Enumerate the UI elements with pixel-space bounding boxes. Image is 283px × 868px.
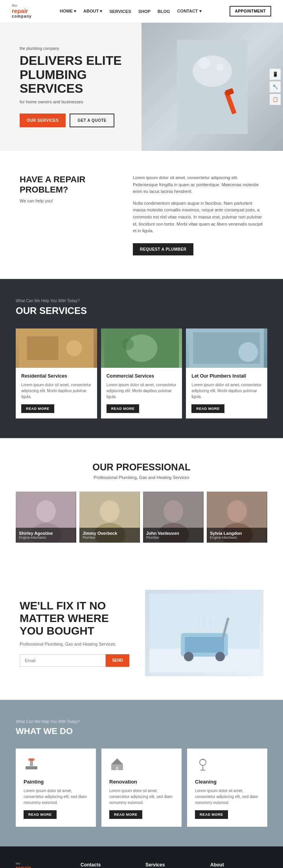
whatwedo-btn-3[interactable]: READ MORE bbox=[195, 810, 228, 819]
fixit-email-input[interactable] bbox=[20, 654, 106, 667]
whatwedo-btn-2[interactable]: READ MORE bbox=[109, 810, 142, 819]
svg-point-8 bbox=[66, 340, 82, 356]
whatwedo-card-2: Renovation Lorem ipsum dolor sit amet, c… bbox=[101, 749, 182, 827]
whatwedo-section: What Can We Help You With Today? WHAT WE… bbox=[0, 700, 283, 846]
team-role-2: Plumber bbox=[83, 536, 137, 540]
float-icon-1[interactable]: 📱 bbox=[270, 69, 281, 80]
logo[interactable]: the repair company bbox=[12, 4, 32, 18]
footer-contacts-col: Contacts 278 Main Street London England … bbox=[81, 862, 138, 868]
hero-image: 📱 🔧 📋 bbox=[142, 23, 283, 151]
nav-about[interactable]: ABOUT ▾ bbox=[83, 9, 102, 14]
team-role-1: Engine-Mechanic bbox=[19, 536, 73, 540]
team-info-3: John Vanleuven Plumber bbox=[143, 528, 204, 543]
professionals-title: OUR PROFESSIONAL bbox=[16, 462, 267, 473]
hero-content: the plumbing company DELIVERS ELITE PLUM… bbox=[0, 23, 142, 151]
footer-logo-repair: repair bbox=[16, 865, 73, 868]
footer-contacts-title: Contacts bbox=[81, 862, 138, 868]
svg-point-19 bbox=[100, 500, 119, 522]
appointment-button[interactable]: APPOINTMENT bbox=[230, 6, 271, 17]
team-name-3: John Vanleuven bbox=[146, 531, 200, 536]
svg-point-25 bbox=[227, 500, 247, 522]
our-services-button[interactable]: OUR SERVICES bbox=[20, 114, 66, 127]
repair-sub: We can help you! bbox=[20, 198, 117, 203]
service-img-3 bbox=[186, 328, 267, 368]
whatwedo-title-1: Painting bbox=[24, 779, 88, 785]
svg-point-3 bbox=[216, 63, 224, 71]
whatwedo-text-2: Lorem ipsum dolor sit amet, consectetur … bbox=[109, 788, 174, 806]
fixit-section: WE'LL FIX IT NO MATTER WHERE YOU BOUGHT … bbox=[0, 566, 283, 700]
nav-contact[interactable]: CONTACT ▾ bbox=[177, 9, 202, 14]
whatwedo-header: What Can We Help You With Today? WHAT WE… bbox=[16, 719, 267, 736]
svg-rect-39 bbox=[116, 767, 118, 770]
footer-about-col: About ut enim ad minim veniam, quis nost… bbox=[210, 862, 267, 868]
fixit-illustration bbox=[149, 594, 259, 672]
footer-services-col: Services Plumbing Repairs Repairs Camera… bbox=[145, 862, 202, 868]
svg-marker-38 bbox=[111, 758, 123, 764]
request-plumber-button[interactable]: REQUEST A PLUMBER bbox=[133, 243, 193, 255]
service-body-2: Commercial Services Lorem ipsum dolor si… bbox=[101, 368, 182, 418]
service-title-3: Let Our Plumbers Install bbox=[191, 373, 262, 379]
team-card-4: Sylvia Langdon Engine-Mechanic bbox=[207, 492, 267, 543]
whatwedo-grid: Painting Lorem ipsum dolor sit amet, con… bbox=[16, 749, 267, 827]
svg-point-16 bbox=[36, 500, 56, 522]
footer-grid: the repair company Contacts 278 Main Str… bbox=[16, 862, 267, 868]
footer-logo-col: the repair company bbox=[16, 862, 73, 868]
renovation-icon bbox=[109, 756, 174, 775]
float-icon-2[interactable]: 🔧 bbox=[270, 81, 281, 92]
repair-p2: Nulla condimentum aliquam augue in fauci… bbox=[133, 200, 263, 235]
svg-point-32 bbox=[215, 652, 225, 661]
whatwedo-text-3: Lorem ipsum dolor sit amet, consectetur … bbox=[195, 788, 259, 806]
service-img-1 bbox=[16, 328, 97, 368]
get-quote-button[interactable]: GET A QUOTE bbox=[70, 114, 114, 127]
fixit-form: SEND bbox=[20, 654, 129, 667]
service-text-3: Lorem ipsum dolor sit amet, consectetur … bbox=[191, 382, 262, 400]
team-role-3: Plumber bbox=[146, 536, 200, 540]
service-body-3: Let Our Plumbers Install Lorem ipsum dol… bbox=[186, 368, 267, 418]
repair-section: HAVE A REPAIR PROBLEM? We can help you! … bbox=[0, 151, 283, 279]
nav-services[interactable]: SERVICES bbox=[109, 9, 131, 14]
svg-point-1 bbox=[193, 55, 232, 87]
professionals-section: OUR PROFESSIONAL Professional Plumbing, … bbox=[0, 438, 283, 567]
service-btn-2[interactable]: READ MORE bbox=[107, 404, 140, 413]
svg-point-31 bbox=[184, 652, 193, 661]
services-label: What Can We Help You With Today? bbox=[16, 299, 267, 303]
service-btn-1[interactable]: READ MORE bbox=[21, 404, 54, 413]
team-name-2: Jimmy Overbeck bbox=[83, 531, 137, 536]
footer-about-title: About bbox=[210, 862, 267, 868]
hero-floating-icons: 📱 🔧 📋 bbox=[267, 66, 283, 107]
repair-right: Lorem ipsum dolor sit amet, consectetur … bbox=[133, 174, 263, 255]
logo-company: company bbox=[12, 14, 32, 18]
svg-point-14 bbox=[239, 342, 258, 362]
whatwedo-btn-1[interactable]: READ MORE bbox=[24, 810, 57, 819]
whatwedo-title: WHAT WE DO bbox=[16, 726, 267, 736]
painting-icon bbox=[24, 756, 88, 775]
team-info-4: Sylvia Langdon Engine-Mechanic bbox=[207, 528, 267, 543]
footer-services-title: Services bbox=[145, 862, 202, 868]
float-icon-3[interactable]: 📋 bbox=[270, 94, 281, 105]
team-info-1: Shirley Agostine Engine-Mechanic bbox=[16, 528, 76, 543]
repair-left: HAVE A REPAIR PROBLEM? We can help you! bbox=[20, 174, 117, 255]
professionals-label: Professional Plumbing, Gas and Heating S… bbox=[16, 475, 267, 480]
hero-illustration bbox=[177, 40, 248, 134]
whatwedo-card-3: Cleaning Lorem ipsum dolor sit amet, con… bbox=[187, 749, 267, 827]
footer: the repair company Contacts 278 Main Str… bbox=[0, 846, 283, 868]
nav-home[interactable]: HOME ▾ bbox=[60, 9, 76, 14]
nav-shop[interactable]: SHOP bbox=[138, 9, 151, 14]
whatwedo-title-3: Cleaning bbox=[195, 779, 259, 785]
services-grid: Residential Services Lorem ipsum dolor s… bbox=[16, 328, 267, 418]
team-role-4: Engine-Mechanic bbox=[210, 536, 264, 540]
service-card-2: Commercial Services Lorem ipsum dolor si… bbox=[101, 328, 182, 418]
fixit-image bbox=[145, 590, 263, 676]
service-btn-3[interactable]: READ MORE bbox=[191, 404, 224, 413]
svg-rect-30 bbox=[185, 637, 224, 653]
whatwedo-card-1: Painting Lorem ipsum dolor sit amet, con… bbox=[16, 749, 96, 827]
service-text-1: Lorem ipsum dolor sit amet, consectetur … bbox=[21, 382, 92, 400]
fixit-send-button[interactable]: SEND bbox=[106, 654, 129, 667]
nav-blog[interactable]: BLOG bbox=[158, 9, 170, 14]
service-card-3: Let Our Plumbers Install Lorem ipsum dol… bbox=[186, 328, 267, 418]
team-card-2: Jimmy Overbeck Plumber bbox=[79, 492, 140, 543]
services-title: OUR SERVICES bbox=[16, 305, 267, 317]
team-info-2: Jimmy Overbeck Plumber bbox=[79, 528, 140, 543]
hero-desc: for home owners and businesses bbox=[20, 99, 130, 104]
whatwedo-label: What Can We Help You With Today? bbox=[16, 719, 267, 724]
